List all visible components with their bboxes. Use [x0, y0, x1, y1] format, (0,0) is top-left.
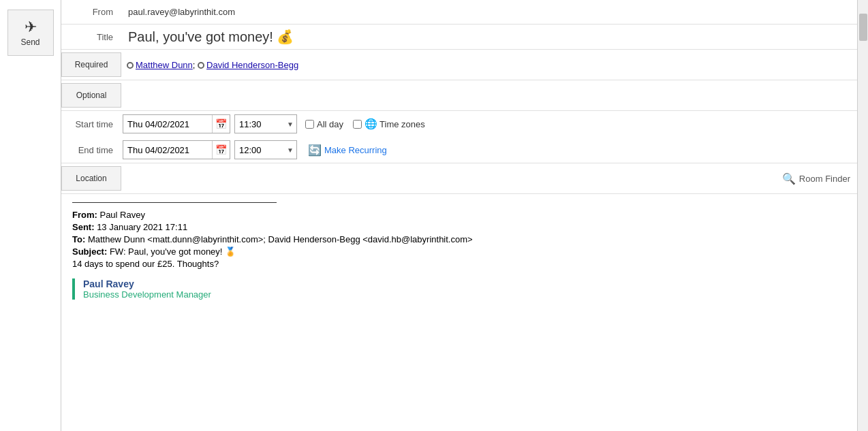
location-row: Location 🔍 Room Finder — [61, 163, 857, 194]
required-attendees: Matthew Dunn; David Henderson-Begg — [121, 57, 857, 73]
end-calendar-button[interactable]: 📅 — [212, 141, 230, 159]
time-section: Start time 📅 11:30 12:00 ▼ All day — [61, 111, 857, 163]
main-form-area: From paul.ravey@labyrinthit.com Title Pa… — [61, 0, 857, 431]
email-body: From: Paul Ravey Sent: 13 January 2021 1… — [61, 194, 857, 431]
email-to-line: To: Matthew Dunn <matt.dunn@labyrinthit.… — [72, 234, 846, 244]
location-button[interactable]: Location — [61, 166, 121, 191]
signature-content: Paul Ravey Business Development Manager — [83, 278, 211, 300]
attendee1-link[interactable]: Matthew Dunn — [136, 60, 193, 70]
end-date-input[interactable] — [123, 145, 212, 155]
make-recurring-button[interactable]: 🔄 Make Recurring — [308, 144, 387, 157]
attendee-separator: ; — [193, 60, 198, 70]
room-finder-label: Room Finder — [799, 174, 850, 184]
email-subject-value: FW: Paul, you've got money! 🏅 — [110, 246, 236, 257]
signature-title: Business Development Manager — [83, 289, 211, 300]
end-time-label: End time — [61, 145, 123, 155]
attendee2-radio — [198, 62, 204, 69]
subject-bold: Subject: — [72, 246, 107, 257]
email-divider — [72, 202, 277, 203]
to-bold: To: — [72, 234, 85, 244]
email-meta: From: Paul Ravey Sent: 13 January 2021 1… — [72, 210, 846, 257]
from-bold: From: — [72, 210, 97, 220]
end-time-row: End time 📅 12:00 12:30 ▼ 🔄 Make Recurrin… — [61, 137, 857, 163]
email-to-value: Matthew Dunn <matt.dunn@labyrinthit.com>… — [88, 234, 473, 244]
email-subject-line: Subject: FW: Paul, you've got money! 🏅 — [72, 246, 846, 257]
room-finder-button[interactable]: 🔍 Room Finder — [775, 172, 857, 185]
from-label: From — [61, 7, 123, 17]
location-input[interactable] — [121, 171, 775, 187]
start-time-label: Start time — [61, 119, 123, 129]
title-row: Title Paul, you've got money! 💰 — [61, 25, 857, 50]
signature-name: Paul Ravey — [83, 278, 211, 289]
optional-attendees — [121, 93, 857, 98]
scrollbar[interactable] — [857, 0, 868, 431]
title-label: Title — [61, 32, 123, 42]
scroll-thumb[interactable] — [859, 14, 867, 41]
from-value: paul.ravey@labyrinthit.com — [123, 4, 857, 20]
timezone-text: Time zones — [379, 119, 425, 129]
email-message: 14 days to spend our £25. Thoughts? — [72, 259, 846, 269]
optional-button[interactable]: Optional — [61, 83, 121, 108]
required-button[interactable]: Required — [61, 52, 121, 77]
recurring-label: Make Recurring — [324, 145, 387, 155]
optional-row: Optional — [61, 80, 857, 111]
sent-bold: Sent: — [72, 222, 95, 232]
send-label: Send — [20, 37, 40, 47]
send-button[interactable]: ✈ Send — [7, 10, 54, 56]
allday-text: All day — [317, 119, 343, 129]
allday-label: All day — [305, 119, 343, 129]
room-finder-icon: 🔍 — [782, 172, 796, 185]
required-row: Required Matthew Dunn; David Henderson-B… — [61, 50, 857, 80]
end-time-select-wrap: 12:00 12:30 ▼ — [234, 140, 297, 159]
email-sent-value: 13 January 2021 17:11 — [97, 222, 187, 232]
globe-icon: 🌐 — [365, 118, 377, 130]
allday-checkbox[interactable] — [305, 120, 314, 129]
end-time-select[interactable]: 12:00 12:30 — [235, 145, 296, 155]
attendee2-link[interactable]: David Henderson-Begg — [206, 60, 298, 70]
start-time-row: Start time 📅 11:30 12:00 ▼ All day — [61, 111, 857, 137]
end-date-picker[interactable]: 📅 — [123, 140, 230, 159]
timezone-checkbox[interactable] — [353, 120, 362, 129]
signature-bar — [72, 278, 75, 300]
send-icon: ✈ — [25, 18, 37, 36]
email-sent-line: Sent: 13 January 2021 17:11 — [72, 222, 846, 232]
email-from-line: From: Paul Ravey — [72, 210, 846, 220]
from-row: From paul.ravey@labyrinthit.com — [61, 0, 857, 25]
start-time-select-wrap: 11:30 12:00 ▼ — [234, 114, 297, 133]
signature-block: Paul Ravey Business Development Manager — [72, 278, 846, 300]
start-calendar-button[interactable]: 📅 — [212, 115, 230, 133]
start-date-input[interactable] — [123, 119, 212, 129]
start-date-picker[interactable]: 📅 — [123, 114, 230, 133]
timezone-label-wrap: 🌐 Time zones — [353, 118, 425, 130]
send-panel: ✈ Send — [0, 0, 61, 431]
attendee1-radio — [127, 62, 134, 69]
email-from-name: Paul Ravey — [99, 210, 144, 220]
start-time-select[interactable]: 11:30 12:00 — [235, 119, 296, 129]
title-value: Paul, you've got money! 💰 — [123, 25, 857, 49]
recurring-icon: 🔄 — [308, 144, 322, 157]
